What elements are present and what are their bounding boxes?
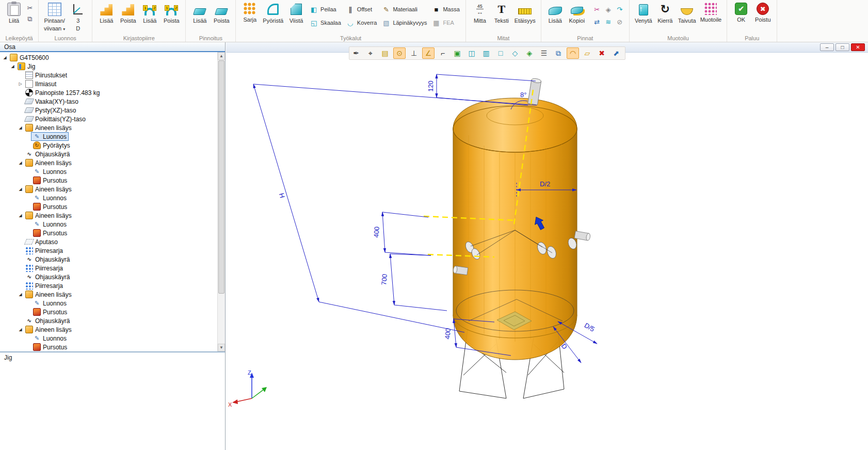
tree-item[interactable]: Poikittais(YZ)-taso: [0, 115, 217, 123]
tree-item[interactable]: Painopiste 1257.483 kg: [0, 88, 217, 97]
tree-scrollbar[interactable]: ▲ ▼: [217, 52, 225, 351]
tree-item[interactable]: Luonnos: [0, 334, 217, 343]
snap-edge-icon[interactable]: ⌐: [437, 47, 449, 59]
folder-icon[interactable]: ▱: [581, 47, 593, 59]
face-outline3-icon[interactable]: □: [494, 47, 507, 59]
snap-perpendicular-icon[interactable]: ⊥: [408, 47, 420, 59]
pick-icon[interactable]: ⌖: [364, 47, 377, 59]
delete-face-icon[interactable]: ◈: [603, 4, 614, 15]
export-icon[interactable]: ⬈: [610, 47, 622, 59]
tree-expander[interactable]: ◢: [18, 160, 23, 165]
hollow-button[interactable]: Koverra: [345, 18, 379, 27]
scroll-up-icon[interactable]: ▲: [218, 52, 225, 60]
copy-view-icon[interactable]: ⧉: [552, 47, 565, 59]
snap-tangent-icon[interactable]: ∠: [422, 47, 435, 59]
tree-item[interactable]: ◢ G4T50600: [0, 53, 217, 62]
tree-expander[interactable]: ◢: [18, 125, 23, 130]
library-add-button[interactable]: Lisää: [97, 2, 116, 24]
pattern-button[interactable]: Sarja: [240, 2, 260, 23]
tree-item[interactable]: ◢ Aineen lisäys: [0, 325, 217, 334]
face-green-icon[interactable]: ▣: [451, 47, 463, 59]
maximize-button[interactable]: □: [835, 43, 849, 51]
fillet-button[interactable]: Pyöristä: [262, 2, 284, 24]
tree-item[interactable]: ◢ Jig: [0, 62, 217, 71]
delete-icon[interactable]: ✖: [596, 47, 608, 59]
twist-button[interactable]: Kierrä: [655, 2, 675, 24]
offset-button[interactable]: Offset: [345, 5, 379, 14]
snap-point-icon[interactable]: ⊙: [393, 47, 406, 59]
tree-item[interactable]: Ohjauskäyrä: [0, 255, 217, 264]
list-icon[interactable]: ☰: [538, 47, 550, 59]
tree-item[interactable]: Piirresarja: [0, 264, 217, 272]
mass-button[interactable]: Massa: [430, 5, 461, 14]
chamfer-button[interactable]: Viistä: [286, 2, 306, 24]
deform-button[interactable]: Muotoile: [699, 2, 723, 23]
tree-item[interactable]: Pursotus: [0, 202, 217, 211]
tree-item[interactable]: Luonnos: [0, 167, 217, 176]
scrollbar-thumb[interactable]: [218, 60, 224, 294]
paste-button[interactable]: Liitä: [4, 2, 24, 24]
tree-item[interactable]: Ohjauskäyrä: [0, 272, 217, 281]
tree-item[interactable]: Piirresarja: [0, 281, 217, 290]
tree-item[interactable]: Pyöräytys: [0, 141, 217, 150]
minimize-button[interactable]: –: [820, 43, 834, 51]
tree-item[interactable]: ◢ Aineen lisäys: [0, 185, 217, 194]
surface-copy-button[interactable]: Kopioi: [567, 2, 587, 24]
shaded-view-icon[interactable]: ◈: [523, 47, 536, 59]
tree-item[interactable]: ▷ Ilmiasut: [0, 79, 217, 88]
cut-icon[interactable]: [26, 4, 34, 12]
trim-surface-icon[interactable]: ✂: [592, 4, 602, 15]
tree-item[interactable]: Piirustukset: [0, 71, 217, 79]
stretch-button[interactable]: Venytä: [634, 2, 653, 24]
coating-add-button[interactable]: Lisää: [190, 2, 210, 24]
transparency-button[interactable]: Läpinäkyvyys: [380, 18, 428, 27]
library-remove-button[interactable]: Poista: [118, 2, 138, 24]
tree-expander[interactable]: ◢: [18, 213, 23, 218]
material-button[interactable]: Materiaali: [380, 5, 428, 14]
tree-item[interactable]: Luonnos: [0, 299, 217, 308]
tree-expander[interactable]: ◢: [10, 64, 15, 69]
tree-item[interactable]: Luonnos: [0, 220, 217, 229]
library-add-numbered-button[interactable]: 1 2 Lisää: [140, 2, 159, 24]
library-remove-numbered-button[interactable]: 1 2 Poista: [162, 2, 181, 24]
tree-item[interactable]: ◢ Aineen lisäys: [0, 158, 217, 167]
tree-item[interactable]: ◢ Aineen lisäys: [0, 211, 217, 220]
scale-button[interactable]: Skaalaa: [308, 18, 343, 27]
face-outline-icon[interactable]: ◫: [465, 47, 478, 59]
solid-view-icon[interactable]: ◇: [509, 47, 521, 59]
tree-expander[interactable]: ◢: [18, 327, 23, 332]
close-button[interactable]: ✕: [851, 43, 865, 51]
tree-item[interactable]: Aputaso: [0, 237, 217, 246]
sketch-3d-button[interactable]: 3 D: [68, 2, 88, 31]
coating-remove-button[interactable]: Poista: [212, 2, 231, 24]
tree-expander[interactable]: ◢: [18, 187, 23, 191]
sketch-on-face-button[interactable]: Pintaan/ viivaan ▾: [43, 2, 66, 33]
tree-item[interactable]: Pursotus: [0, 176, 217, 185]
bend-button[interactable]: Taivuta: [677, 2, 697, 24]
surface-mode-icon[interactable]: ◠: [567, 47, 579, 59]
split-surface-icon[interactable]: ⊘: [615, 16, 625, 27]
distance-button[interactable]: Etäisyys: [513, 2, 537, 24]
tree-expander[interactable]: ◢: [2, 55, 8, 60]
flip-normal-icon[interactable]: ⇄: [592, 16, 602, 27]
tree-item[interactable]: Ohjauskäyrä: [0, 150, 217, 158]
scroll-down-icon[interactable]: ▼: [218, 344, 225, 351]
model-canvas[interactable]: H 120 8° D/2 400 700 400 D/5 D Z X: [226, 42, 868, 450]
tree-expander[interactable]: ▷: [18, 82, 23, 86]
dimension-button[interactable]: 45 Mitta: [470, 2, 490, 24]
copy-icon[interactable]: [26, 15, 34, 23]
surface-add-button[interactable]: Lisää: [545, 2, 565, 24]
tree-item[interactable]: Piirresarja: [0, 246, 217, 255]
mirror-button[interactable]: Peilaa: [308, 5, 343, 14]
tree-expander[interactable]: ◢: [18, 292, 23, 297]
measure-icon[interactable]: ▤: [379, 47, 391, 59]
exit-button[interactable]: Poistu: [753, 2, 773, 23]
tree-item[interactable]: Pysty(XZ)-taso: [0, 106, 217, 115]
tree-item[interactable]: Luonnos: [0, 132, 217, 141]
extend-surface-icon[interactable]: ↷: [615, 4, 625, 15]
pin-icon[interactable]: ✒: [350, 47, 362, 59]
ok-button[interactable]: OK: [731, 2, 751, 23]
tree-item[interactable]: Pursotus: [0, 308, 217, 316]
tree-item[interactable]: Pursotus: [0, 343, 217, 351]
tree-item[interactable]: ◢ Aineen lisäys: [0, 290, 217, 299]
